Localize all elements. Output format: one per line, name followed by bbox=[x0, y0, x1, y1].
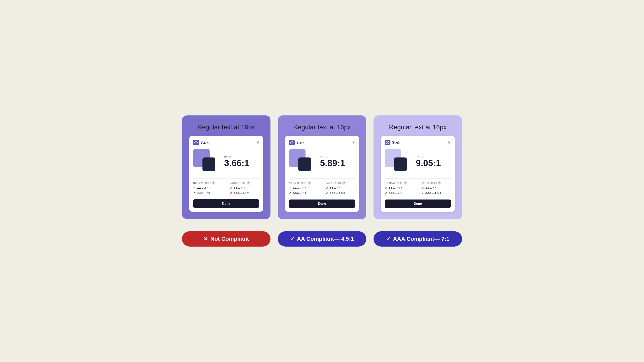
stark-app-name: Stark bbox=[392, 141, 400, 145]
large-text-help-icon[interactable]: ? bbox=[342, 181, 346, 185]
ratio-value: 5.89:1 bbox=[320, 158, 345, 168]
large-text-label: LARGE TEXT bbox=[422, 182, 437, 184]
swatch-foreground bbox=[298, 157, 311, 171]
card-2: Regular text at 16px Stark✕RATIO5.89:1NO… bbox=[278, 115, 366, 219]
large-text-col-3: LARGE TEXT?✓AA – 3:1✓AAA – 4.5:1 bbox=[422, 181, 451, 196]
close-button-3[interactable]: ✕ bbox=[448, 141, 451, 144]
panel-header-2: Stark✕ bbox=[289, 140, 355, 145]
panel-body-top-3: RATIO9.05:1 bbox=[385, 149, 451, 174]
fail-icon: ✕ bbox=[230, 191, 232, 195]
card-1: Regular text at 16px Stark✕RATIO3.66:1NO… bbox=[182, 115, 270, 219]
normal-text-help-icon[interactable]: ? bbox=[212, 181, 215, 185]
compliance-text: AAA – 7:1 bbox=[197, 191, 210, 194]
normal-row-0: ✕AA – 4.5:1 bbox=[193, 186, 222, 190]
large-text-help-icon[interactable]: ? bbox=[246, 181, 250, 185]
svg-line-5 bbox=[386, 142, 389, 144]
normal-row-0: ✓AA – 4.5:1 bbox=[289, 186, 318, 190]
ratio-label: RATIO bbox=[416, 155, 441, 158]
stark-panel-3: Stark✕RATIO9.05:1NORMAL TEXT?✓AA – 4.5:1… bbox=[381, 136, 455, 212]
panel-body-top-2: RATIO5.89:1 bbox=[289, 149, 355, 174]
badge-label: Not Compliant bbox=[210, 236, 249, 242]
ratio-label: RATIO bbox=[224, 155, 249, 158]
svg-line-3 bbox=[291, 142, 293, 144]
large-text-label: LARGE TEXT bbox=[326, 182, 341, 184]
swatch-foreground bbox=[394, 157, 407, 171]
large-row-1: ✓AAA – 4.5:1 bbox=[326, 191, 355, 195]
compliance-text: AA – 4.5:1 bbox=[197, 186, 211, 190]
pass-icon: ✓ bbox=[326, 191, 328, 195]
large-row-1: ✕AAA – 4.5:1 bbox=[230, 191, 259, 195]
done-button-1[interactable]: Done bbox=[193, 199, 259, 208]
normal-text-header: NORMAL TEXT? bbox=[385, 181, 414, 185]
pass-icon: ✓ bbox=[422, 191, 424, 195]
badge-label: AAA Compliant— 7:1 bbox=[393, 236, 450, 242]
normal-text-help-icon[interactable]: ? bbox=[308, 181, 311, 185]
large-text-label: LARGE TEXT bbox=[230, 182, 246, 184]
done-button-3[interactable]: Done bbox=[385, 200, 451, 208]
stark-panel-1: Stark✕RATIO3.66:1NORMAL TEXT?✕AA – 4.5:1… bbox=[189, 136, 263, 212]
card-title-1: Regular text at 16px bbox=[198, 123, 255, 131]
ratio-section-2: RATIO5.89:1 bbox=[320, 155, 345, 168]
ratio-section-3: RATIO9.05:1 bbox=[416, 155, 441, 168]
normal-text-header: NORMAL TEXT? bbox=[289, 181, 318, 185]
pass-icon: ✓ bbox=[385, 191, 388, 195]
large-text-col-2: LARGE TEXT?✓AA – 3:1✓AAA – 4.5:1 bbox=[326, 181, 355, 196]
panel-header-left-2: Stark bbox=[289, 140, 304, 145]
compliance-grid-2: NORMAL TEXT?✓AA – 4.5:1✕AAA – 7:1LARGE T… bbox=[289, 178, 355, 196]
stark-logo-icon bbox=[385, 140, 390, 145]
compliance-text: AAA – 7:1 bbox=[388, 191, 402, 195]
card-3: Regular text at 16px Stark✕RATIO9.05:1NO… bbox=[374, 115, 462, 219]
pass-icon: ✓ bbox=[422, 186, 424, 190]
pass-icon: ✓ bbox=[289, 186, 292, 190]
compliance-grid-3: NORMAL TEXT?✓AA – 4.5:1✓AAA – 7:1LARGE T… bbox=[385, 178, 451, 196]
pass-icon: ✓ bbox=[326, 186, 328, 190]
ratio-value: 9.05:1 bbox=[416, 158, 441, 168]
stark-panel-2: Stark✕RATIO5.89:1NORMAL TEXT?✓AA – 4.5:1… bbox=[285, 136, 359, 212]
cards-row: Regular text at 16px Stark✕RATIO3.66:1NO… bbox=[182, 115, 462, 219]
compliance-text: AAA – 4.5:1 bbox=[425, 191, 441, 195]
pass-icon: ✓ bbox=[385, 186, 388, 190]
normal-text-help-icon[interactable]: ? bbox=[404, 181, 407, 185]
panel-header-left-3: Stark bbox=[385, 140, 400, 145]
ratio-value: 3.66:1 bbox=[224, 158, 249, 168]
compliance-grid-1: NORMAL TEXT?✕AA – 4.5:1✕AAA – 7:1LARGE T… bbox=[193, 178, 259, 196]
color-swatches-3 bbox=[385, 149, 411, 171]
large-row-1: ✓AAA – 4.5:1 bbox=[422, 191, 451, 195]
close-button-2[interactable]: ✕ bbox=[352, 141, 355, 144]
badge-not-compliant: ✕Not Compliant bbox=[182, 231, 270, 247]
compliance-text: AA – 4.5:1 bbox=[293, 186, 307, 190]
compliance-text: AA – 4.5:1 bbox=[388, 186, 402, 190]
normal-text-label: NORMAL TEXT bbox=[289, 182, 307, 184]
ratio-section-1: RATIO3.66:1 bbox=[224, 155, 249, 168]
done-button-2[interactable]: Done bbox=[289, 200, 355, 208]
stark-logo-icon bbox=[193, 140, 199, 145]
large-text-help-icon[interactable]: ? bbox=[438, 181, 441, 185]
badge-label: AA Compliant— 4.5:1 bbox=[297, 236, 354, 242]
stark-app-name: Stark bbox=[200, 141, 208, 145]
large-text-header: LARGE TEXT? bbox=[326, 181, 355, 185]
compliance-text: AAA – 4.5:1 bbox=[234, 191, 250, 195]
compliance-text: AA – 3:1 bbox=[330, 186, 341, 190]
large-text-col-1: LARGE TEXT?✓AA – 3:1✕AAA – 4.5:1 bbox=[230, 181, 259, 196]
stark-app-name: Stark bbox=[296, 141, 304, 145]
panel-header-1: Stark✕ bbox=[193, 140, 259, 145]
badge-aa-compliant: ✓AA Compliant— 4.5:1 bbox=[278, 231, 366, 247]
fail-icon: ✕ bbox=[193, 186, 196, 190]
normal-text-col-1: NORMAL TEXT?✕AA – 4.5:1✕AAA – 7:1 bbox=[193, 181, 222, 196]
badge-aaa-compliant: ✓AAA Compliant— 7:1 bbox=[374, 231, 462, 247]
ratio-label: RATIO bbox=[320, 155, 345, 158]
compliance-text: AA – 3:1 bbox=[425, 186, 437, 190]
compliance-text: AA – 3:1 bbox=[234, 186, 245, 190]
compliance-text: AAA – 4.5:1 bbox=[330, 191, 345, 195]
normal-text-label: NORMAL TEXT bbox=[193, 182, 211, 184]
large-row-0: ✓AA – 3:1 bbox=[230, 186, 259, 190]
fail-icon: ✕ bbox=[193, 191, 196, 194]
normal-row-0: ✓AA – 4.5:1 bbox=[385, 186, 414, 190]
close-button-1[interactable]: ✕ bbox=[256, 141, 259, 144]
large-text-header: LARGE TEXT? bbox=[230, 181, 259, 185]
normal-text-label: NORMAL TEXT bbox=[385, 182, 403, 184]
normal-row-1: ✕AAA – 7:1 bbox=[193, 191, 222, 194]
normal-text-header: NORMAL TEXT? bbox=[193, 181, 222, 185]
normal-text-col-3: NORMAL TEXT?✓AA – 4.5:1✓AAA – 7:1 bbox=[385, 181, 414, 196]
panel-header-3: Stark✕ bbox=[385, 140, 451, 145]
